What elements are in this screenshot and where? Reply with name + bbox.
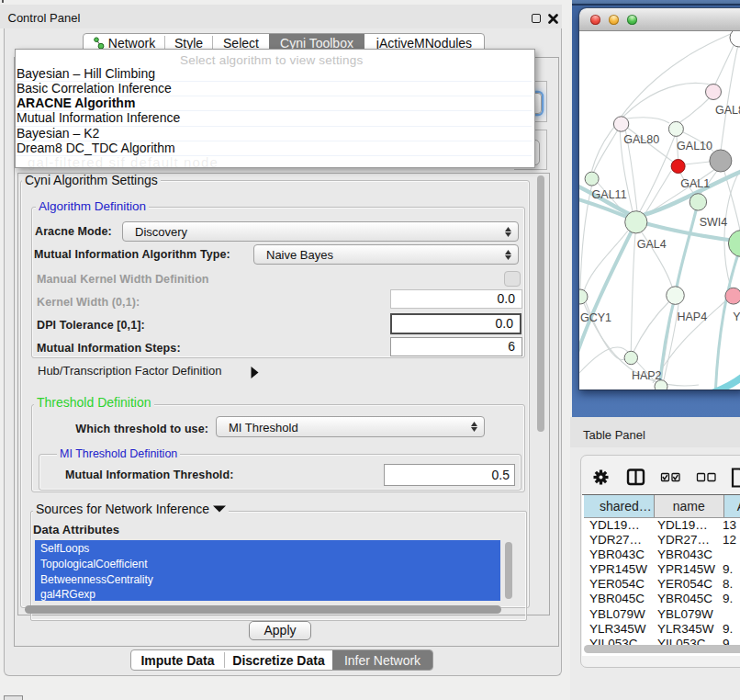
svg-text:Y: Y (733, 310, 740, 323)
svg-text:GAL10: GAL10 (677, 140, 712, 152)
svg-text:GAL8: GAL8 (715, 104, 740, 117)
svg-text:HAP2: HAP2 (632, 369, 662, 382)
svg-text:GAL11: GAL11 (592, 188, 627, 201)
svg-text:SWI4: SWI4 (700, 216, 728, 229)
svg-text:GAL4: GAL4 (637, 238, 667, 251)
svg-text:GAL80: GAL80 (623, 133, 659, 146)
svg-text:GAL1: GAL1 (680, 177, 710, 190)
svg-text:GCY1: GCY1 (580, 311, 611, 324)
svg-text:HAP4: HAP4 (678, 310, 708, 323)
